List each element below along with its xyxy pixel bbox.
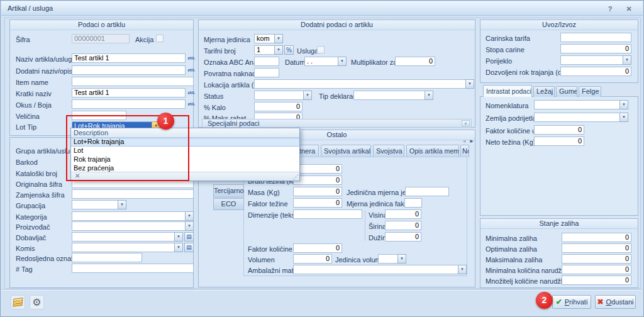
komis-lookup-icon[interactable]: ▤: [184, 243, 194, 252]
optimalna-zaliha-field[interactable]: 0: [562, 243, 631, 253]
multiplikator-field[interactable]: 0: [395, 57, 435, 66]
tab-opis-artikla-memo[interactable]: Opis artikla memo: [406, 145, 459, 157]
komis-combobox[interactable]: ▼: [72, 243, 183, 252]
tarifni-broj-combobox[interactable]: 1 ▼: [254, 45, 283, 55]
chevron-down-icon[interactable]: ▼: [458, 265, 467, 274]
tab-scroll-right-icon[interactable]: ►: [469, 137, 475, 146]
tab-svojstva[interactable]: Svojstva: [373, 145, 404, 157]
redosljedna-oznaka-field[interactable]: [72, 253, 142, 262]
tab-svojstva-artikala[interactable]: Svojstva artikala: [321, 145, 371, 157]
tarifni-broj-value[interactable]: 1: [254, 45, 274, 55]
visina-field[interactable]: 0: [385, 209, 421, 219]
povratna-naknada-field[interactable]: [254, 68, 279, 77]
tezina-field[interactable]: 0: [293, 164, 342, 174]
odustani-button[interactable]: ✖ Odustani: [595, 295, 636, 309]
help-icon[interactable]: ?: [605, 4, 615, 13]
masa-field[interactable]: 0: [293, 187, 342, 196]
specijalni-podaci-bar[interactable]: Specijalni podaci »: [202, 119, 472, 128]
porijeklo-combobox[interactable]: ▼: [560, 55, 631, 65]
moq-field[interactable]: 0: [562, 265, 631, 274]
carinska-tarifa-field[interactable]: [560, 33, 631, 42]
chevron-down-icon[interactable]: ▼: [303, 91, 312, 100]
kategorija-combobox[interactable]: ▼: [72, 211, 194, 221]
script-icon-button[interactable]: [11, 295, 25, 309]
akcija-checkbox[interactable]: [156, 35, 164, 42]
chevron-down-icon[interactable]: ▼: [274, 45, 283, 55]
maksimalna-zaliha-field[interactable]: 0: [562, 254, 631, 264]
duzina-field[interactable]: 0: [385, 232, 421, 242]
translate-icon[interactable]: ⇄A: [187, 100, 195, 108]
tab-intrastat-podaci[interactable]: Intrastat podaci: [483, 85, 532, 97]
lokacija-combobox[interactable]: ▼: [254, 79, 474, 89]
nomenklatura-combobox[interactable]: ▼: [534, 100, 628, 109]
mjerna-faktora-field[interactable]: [404, 198, 422, 208]
side-tab-eco[interactable]: ECO: [213, 198, 244, 210]
ambalazni-combobox[interactable]: ▼: [293, 265, 467, 274]
translate-icon[interactable]: ⇄A: [187, 89, 195, 97]
chevron-down-icon[interactable]: ▼: [465, 79, 474, 89]
chevron-down-icon[interactable]: ▼: [174, 243, 183, 252]
dobavljac-lookup-icon[interactable]: ▤: [184, 232, 194, 242]
datum-ulaza-value[interactable]: . .: [304, 57, 338, 66]
proizvodac-combobox[interactable]: ▼: [72, 221, 194, 231]
chevron-down-icon[interactable]: ▼: [425, 91, 433, 100]
oznaka-abc-field[interactable]: [254, 57, 279, 66]
tip-deklaracije-combobox[interactable]: ▼: [353, 91, 433, 100]
kalo-field[interactable]: 0: [254, 102, 303, 111]
translate-icon[interactable]: ⇄A: [187, 54, 195, 62]
chevron-down-icon[interactable]: ▼: [619, 100, 628, 109]
resize-grip-icon[interactable]: ⋰: [293, 173, 299, 181]
bruto-tezina-field[interactable]: 0: [293, 175, 342, 185]
faktor-tezine-field[interactable]: 0: [293, 198, 342, 208]
prihvati-button[interactable]: ✔ Prihvati: [552, 295, 591, 309]
gear-icon: ⚙: [32, 296, 41, 309]
jedinica-volumena-combobox[interactable]: ▼: [378, 254, 406, 264]
mjerna-jedinica-value[interactable]: kom: [254, 34, 274, 43]
tab-felge[interactable]: Felge: [579, 86, 601, 97]
faktor-kolicine-field[interactable]: 0: [293, 243, 342, 253]
grupacija-combobox[interactable]: ▼: [72, 200, 126, 209]
volumen-field[interactable]: 0: [293, 254, 332, 264]
faktor-kolicine-mj-field[interactable]: 0: [534, 125, 584, 135]
chevron-down-icon[interactable]: ▼: [274, 34, 283, 43]
tab-scroll-left-icon[interactable]: ◄: [461, 137, 467, 146]
tab-nor-clipped[interactable]: Nor: [460, 145, 469, 157]
jedinicna-mjerna-field[interactable]: [405, 187, 449, 196]
side-tab-tercijarno[interactable]: Tercijarno: [213, 184, 244, 197]
tab-gume[interactable]: Gume: [556, 86, 577, 97]
chevron-down-icon[interactable]: ▼: [118, 200, 126, 209]
neto-tezina-field[interactable]: 0: [534, 136, 584, 146]
okus-boja-field[interactable]: [72, 99, 186, 109]
mnozitelj-field[interactable]: 0: [562, 275, 631, 285]
zamjenska-sifra-field[interactable]: [72, 189, 194, 199]
dobavljac-combobox[interactable]: ▼: [72, 232, 183, 242]
mjerna-jedinica-combobox[interactable]: kom ▼: [254, 34, 283, 43]
settings-button[interactable]: ⚙: [30, 295, 44, 309]
stopa-carine-field[interactable]: 0: [560, 44, 631, 53]
naziv-field[interactable]: Test artikl 1: [72, 53, 186, 63]
close-icon[interactable]: ✕: [624, 4, 634, 13]
chevron-down-icon[interactable]: ▼: [338, 57, 347, 66]
dodatni-naziv-field[interactable]: [72, 65, 186, 75]
expand-chevron-icon[interactable]: »: [462, 120, 470, 126]
chevron-down-icon[interactable]: ▼: [185, 221, 194, 231]
chevron-down-icon[interactable]: ▼: [623, 55, 631, 65]
translate-icon[interactable]: ⇄A: [187, 66, 195, 74]
chevron-down-icon[interactable]: ▼: [185, 211, 194, 221]
status-combobox[interactable]: ▼: [254, 91, 312, 100]
datum-ulaza-field[interactable]: . . ▼: [304, 57, 347, 66]
percent-icon[interactable]: %: [284, 45, 294, 55]
tab-lezaj[interactable]: Ležaj: [533, 86, 555, 97]
tag-field[interactable]: [72, 264, 194, 273]
chevron-down-icon[interactable]: ▼: [619, 113, 628, 122]
zemlja-podrijetla-combobox[interactable]: ▼: [534, 113, 628, 122]
chevron-down-icon[interactable]: ▼: [174, 232, 183, 242]
kratki-naziv-field[interactable]: Test artikl 1: [72, 88, 186, 97]
sirina-field[interactable]: 0: [385, 221, 421, 230]
minimalna-zaliha-field[interactable]: 0: [562, 233, 631, 242]
usluga-checkbox[interactable]: [317, 46, 325, 53]
item-name-field[interactable]: [72, 77, 194, 86]
chevron-down-icon[interactable]: ▼: [397, 254, 406, 264]
dozvoljeni-rok-field[interactable]: 0: [560, 67, 631, 76]
dimenzije-field[interactable]: [293, 209, 362, 219]
